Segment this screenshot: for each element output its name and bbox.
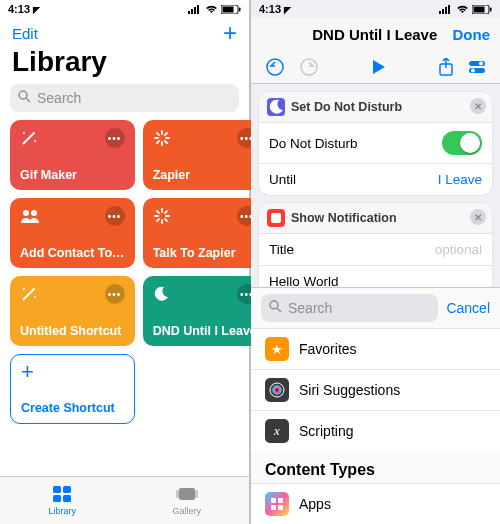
svg-point-11 [23, 132, 25, 134]
drawer-item-label: Scripting [299, 423, 353, 439]
burst-icon [153, 129, 171, 147]
toggle-switch[interactable] [442, 131, 482, 155]
shortcut-card[interactable]: •••Talk To Zapier [143, 198, 267, 268]
create-label: Create Shortcut [21, 401, 124, 415]
wifi-icon [205, 5, 218, 14]
edit-button[interactable]: Edit [12, 25, 38, 42]
svg-rect-0 [188, 11, 190, 14]
svg-line-28 [165, 219, 167, 221]
card-label: Talk To Zapier [153, 246, 257, 260]
share-button[interactable] [438, 58, 454, 76]
svg-rect-45 [448, 5, 450, 14]
action-title: Set Do Not Disturb [291, 100, 402, 114]
action-list: Set Do Not Disturb✕Do Not DisturbUntilI … [251, 84, 500, 305]
shortcut-card[interactable]: •••Add Contact To… [10, 198, 135, 268]
editor-nav: DND Until I Leave Done [251, 18, 500, 50]
drawer-cancel-button[interactable]: Cancel [446, 300, 490, 316]
drawer-item-label: Apps [299, 496, 331, 512]
plus-icon: + [21, 363, 124, 381]
create-shortcut-button[interactable]: +Create Shortcut [10, 354, 135, 424]
card-more-button[interactable]: ••• [105, 128, 125, 148]
tab-library[interactable]: Library [0, 477, 125, 524]
shortcut-editor-screen: 4:13 ◤ DND Until I Leave Done Set Do Not… [251, 0, 500, 524]
svg-line-31 [23, 289, 34, 300]
svg-rect-43 [442, 9, 444, 14]
svg-rect-38 [63, 495, 71, 502]
status-time: 4:13 [8, 3, 30, 15]
shortcut-card[interactable]: •••Gif Maker [10, 120, 135, 190]
drawer-item-icon: ★ [265, 337, 289, 361]
svg-rect-35 [53, 486, 61, 493]
signal-icon [188, 5, 202, 14]
signal-icon [439, 5, 453, 14]
remove-action-button[interactable]: ✕ [470, 98, 486, 114]
action-row[interactable]: Titleoptional [259, 233, 492, 265]
undo-button[interactable] [265, 57, 285, 77]
drawer-item-label: Siri Suggestions [299, 382, 400, 398]
action-row: Do Not Disturb [259, 122, 492, 163]
row-value: I Leave [438, 172, 482, 187]
battery-icon [221, 5, 241, 14]
action-block: Set Do Not Disturb✕Do Not DisturbUntilI … [259, 92, 492, 195]
svg-line-29 [165, 211, 167, 213]
svg-point-10 [33, 132, 35, 134]
settings-button[interactable] [468, 59, 486, 75]
card-label: Gif Maker [20, 168, 125, 182]
row-key: Title [269, 242, 294, 257]
tab-gallery[interactable]: Gallery [125, 477, 250, 524]
drawer-search-input[interactable]: Search [261, 294, 438, 322]
svg-point-62 [275, 388, 280, 393]
row-placeholder: optional [435, 242, 482, 257]
action-block: Show Notification✕TitleoptionalHello Wor… [259, 203, 492, 297]
svg-rect-63 [271, 498, 276, 503]
status-bar: 4:13 ◤ [0, 0, 249, 18]
svg-line-8 [26, 98, 30, 102]
action-row[interactable]: UntilI Leave [259, 163, 492, 195]
svg-line-20 [157, 141, 159, 143]
svg-rect-3 [197, 5, 199, 14]
drawer-item-icon [265, 378, 289, 402]
search-input[interactable]: Search [10, 84, 239, 112]
wand-icon [20, 285, 38, 303]
svg-point-21 [23, 210, 29, 216]
remove-action-button[interactable]: ✕ [470, 209, 486, 225]
svg-line-30 [157, 219, 159, 221]
drawer-item[interactable]: ★Favorites [251, 328, 500, 369]
shortcut-card[interactable]: •••Untitled Shortcut [10, 276, 135, 346]
svg-rect-42 [439, 11, 441, 14]
run-button[interactable] [371, 59, 387, 75]
shortcut-card[interactable]: •••DND Until I Leave [143, 276, 267, 346]
svg-rect-41 [195, 490, 198, 498]
row-key: Until [269, 172, 296, 187]
action-header: Show Notification✕ [259, 203, 492, 233]
shortcut-card[interactable]: •••Zapier [143, 120, 267, 190]
search-icon [18, 89, 31, 107]
drawer-item-icon: x [265, 419, 289, 443]
done-button[interactable]: Done [453, 26, 491, 43]
drawer-item[interactable]: xScripting [251, 410, 500, 451]
svg-rect-47 [474, 6, 485, 12]
add-shortcut-button[interactable]: + [223, 23, 237, 43]
wifi-icon [456, 5, 469, 14]
svg-rect-2 [194, 7, 196, 14]
svg-point-22 [31, 210, 37, 216]
svg-point-34 [34, 296, 36, 298]
svg-line-19 [165, 133, 167, 135]
redo-button [299, 57, 319, 77]
bell-icon [267, 209, 285, 227]
shortcut-grid: •••Gif Maker•••Zapier•••Add Contact To…•… [0, 120, 249, 424]
svg-point-60 [270, 383, 284, 397]
svg-rect-36 [63, 486, 71, 493]
drawer-item[interactable]: Siri Suggestions [251, 369, 500, 410]
svg-line-59 [277, 308, 281, 312]
svg-point-50 [301, 59, 317, 75]
drawer-item-apps[interactable]: Apps [251, 483, 500, 524]
svg-line-9 [23, 133, 34, 144]
status-time: 4:13 [259, 3, 281, 15]
search-placeholder: Search [37, 90, 81, 106]
card-more-button[interactable]: ••• [105, 206, 125, 226]
card-more-button[interactable]: ••• [105, 284, 125, 304]
svg-rect-39 [179, 488, 195, 500]
svg-point-54 [479, 61, 483, 65]
library-tab-icon [52, 485, 72, 505]
